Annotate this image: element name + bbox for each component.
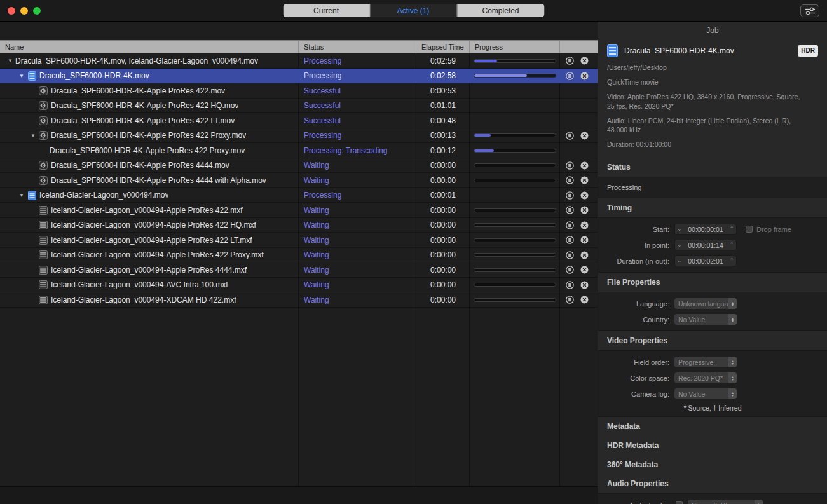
row-progress	[470, 69, 560, 84]
progress-bar	[474, 149, 556, 153]
cancel-button[interactable]	[580, 221, 589, 229]
pause-button[interactable]	[565, 250, 574, 259]
tab-active-1[interactable]: Active (1)	[370, 4, 457, 17]
table-row[interactable]: Iceland-Glacier-Lagoon_v000494-Apple Pro…	[0, 262, 598, 278]
chevron-up-icon[interactable]: ⌃	[727, 258, 736, 264]
table-row[interactable]: Dracula_SPF6000-HDR-4K-Apple ProRes 422 …	[0, 113, 598, 128]
tab-completed[interactable]: Completed	[457, 4, 544, 17]
pause-button[interactable]	[565, 236, 574, 245]
chevron-down-icon[interactable]: ⌄	[675, 226, 684, 232]
cancel-button[interactable]	[580, 280, 589, 289]
row-name: Dracula_SPF6000-HDR-4K-Apple ProRes 4444…	[51, 161, 229, 170]
color-space-dropdown[interactable]: Rec. 2020 PQ* ▴▾	[674, 372, 737, 383]
disclosure-triangle-icon[interactable]: ▼	[28, 133, 38, 139]
filter-settings-button[interactable]	[800, 4, 819, 17]
pause-button[interactable]	[565, 57, 574, 65]
row-actions	[560, 278, 598, 293]
table-row[interactable]: Dracula_SPF6000-HDR-4K-Apple ProRes 422 …	[0, 143, 598, 158]
duration-timecode-field[interactable]: ⌄ 00:00:02:01 ⌃	[674, 255, 737, 266]
pause-button[interactable]	[565, 71, 574, 80]
pause-button[interactable]	[565, 191, 574, 200]
sliders-icon	[805, 7, 815, 15]
row-elapsed-time: 0:00:00	[416, 158, 470, 174]
table-row[interactable]: ▼Dracula_SPF6000-HDR-4K.mov, Iceland-Gla…	[0, 53, 598, 69]
in-point-timecode-field[interactable]: ⌄ 00:00:01:14 ⌃	[674, 240, 737, 250]
pause-button[interactable]	[565, 161, 574, 170]
pause-button[interactable]	[565, 206, 574, 215]
stepper-arrows-icon: ▴▾	[755, 500, 763, 504]
chevron-up-icon[interactable]: ⌃	[727, 242, 736, 248]
start-timecode-field[interactable]: ⌄ 00:00:00:01 ⌃	[674, 224, 737, 235]
cancel-button[interactable]	[580, 296, 589, 304]
table-row[interactable]: Iceland-Glacier-Lagoon_v000494-Apple Pro…	[0, 248, 598, 263]
row-actions	[560, 203, 598, 218]
audio-track-dropdown[interactable]: Stereo (L R) ▴▾	[688, 500, 763, 504]
cancel-button[interactable]	[580, 206, 589, 215]
cancel-button[interactable]	[580, 236, 589, 245]
zoom-window-button[interactable]	[33, 7, 41, 15]
column-header-actions	[560, 41, 598, 53]
chevron-down-icon[interactable]: ⌄	[675, 258, 684, 264]
table-row[interactable]: ▼Dracula_SPF6000-HDR-4K.movProcessing0:0…	[0, 69, 598, 84]
row-elapsed-time: 0:00:53	[416, 83, 470, 99]
disclosure-triangle-icon[interactable]: ▼	[17, 73, 27, 79]
field-order-dropdown[interactable]: Progressive ▴▾	[674, 357, 737, 367]
cancel-button[interactable]	[580, 266, 589, 275]
progress-bar	[474, 298, 556, 302]
audio-track-checkbox[interactable]	[676, 501, 683, 504]
disclosure-triangle-icon[interactable]: ▼	[5, 58, 15, 64]
table-row[interactable]: Iceland-Glacier-Lagoon_v000494-AVC Intra…	[0, 278, 598, 293]
chevron-down-icon[interactable]: ⌄	[675, 242, 684, 248]
cancel-button[interactable]	[580, 250, 589, 259]
progress-bar	[474, 133, 556, 137]
cancel-button[interactable]	[580, 191, 589, 200]
stepper-arrows-icon: ▴▾	[728, 314, 737, 325]
cancel-button[interactable]	[580, 57, 589, 65]
row-name: Iceland-Glacier-Lagoon_v000494.mov	[39, 191, 168, 200]
movie-file-icon	[607, 44, 618, 57]
table-row[interactable]: Dracula_SPF6000-HDR-4K-Apple ProRes 4444…	[0, 173, 598, 188]
country-dropdown[interactable]: No Value ▴▾	[674, 314, 737, 325]
table-row[interactable]: Iceland-Glacier-Lagoon_v000494-XDCAM HD …	[0, 292, 598, 308]
camera-log-dropdown[interactable]: No Value ▴▾	[674, 388, 737, 399]
field-order-label: Field order:	[603, 358, 674, 366]
pause-button[interactable]	[565, 280, 574, 289]
cancel-button[interactable]	[580, 131, 589, 140]
row-progress	[470, 143, 560, 158]
drop-frame-checkbox[interactable]	[746, 226, 753, 233]
batch-table-panel: Name Status Elapsed Time Progress ▼Dracu…	[0, 22, 598, 504]
table-row[interactable]: Dracula_SPF6000-HDR-4K-Apple ProRes 422.…	[0, 83, 598, 99]
pause-button[interactable]	[565, 221, 574, 229]
cancel-button[interactable]	[580, 71, 589, 80]
language-dropdown[interactable]: Unknown language ▴▾	[674, 298, 737, 309]
table-row[interactable]: ▼Iceland-Glacier-Lagoon_v000494.movProce…	[0, 188, 598, 203]
row-status: Waiting	[299, 203, 416, 218]
minimize-window-button[interactable]	[20, 7, 28, 15]
file-audio-info: Audio: Linear PCM, 24-bit Integer (Littl…	[607, 116, 818, 134]
chevron-up-icon[interactable]: ⌃	[727, 226, 736, 232]
tab-current[interactable]: Current	[283, 4, 370, 17]
row-elapsed-time: 0:00:12	[416, 143, 470, 158]
pause-button[interactable]	[565, 131, 574, 140]
table-header: Name Status Elapsed Time Progress	[0, 40, 598, 53]
table-row[interactable]: Dracula_SPF6000-HDR-4K-Apple ProRes 4444…	[0, 158, 598, 174]
cancel-button[interactable]	[580, 176, 589, 185]
pause-button[interactable]	[565, 176, 574, 185]
pause-button[interactable]	[565, 296, 574, 304]
pause-button[interactable]	[565, 266, 574, 275]
section-header-status: Status	[598, 158, 827, 177]
table-row[interactable]: ▼Dracula_SPF6000-HDR-4K-Apple ProRes 422…	[0, 128, 598, 144]
row-status: Processing	[299, 53, 416, 69]
row-actions	[560, 292, 598, 308]
disclosure-triangle-icon[interactable]: ▼	[17, 193, 27, 198]
column-header-progress: Progress	[470, 41, 560, 53]
table-row[interactable]: Iceland-Glacier-Lagoon_v000494-Apple Pro…	[0, 218, 598, 233]
table-row[interactable]: Dracula_SPF6000-HDR-4K-Apple ProRes 422 …	[0, 99, 598, 114]
close-window-button[interactable]	[8, 7, 15, 15]
table-row[interactable]: Iceland-Glacier-Lagoon_v000494-Apple Pro…	[0, 233, 598, 248]
row-elapsed-time: 0:00:00	[416, 248, 470, 263]
cancel-button[interactable]	[580, 161, 589, 170]
table-row[interactable]: Iceland-Glacier-Lagoon_v000494-Apple Pro…	[0, 203, 598, 218]
row-status: Waiting	[299, 173, 416, 188]
setting-icon	[38, 161, 48, 170]
